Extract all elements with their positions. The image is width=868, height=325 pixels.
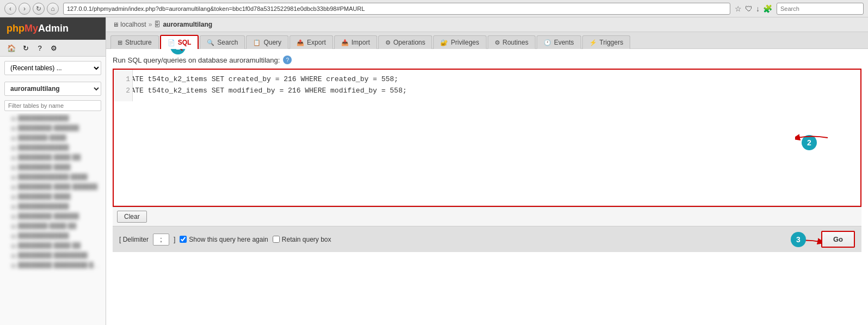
privileges-icon: 🔐 xyxy=(440,39,448,46)
help-sidebar-icon[interactable]: ? xyxy=(35,43,45,53)
list-item[interactable]: ▤ ████████ ██████ xyxy=(0,123,106,133)
list-item[interactable]: ▤ ████████ ████ xyxy=(0,192,106,201)
home-button[interactable]: ⌂ xyxy=(47,3,59,15)
list-item[interactable]: ▤ ████████ ████ xyxy=(0,162,106,172)
triggers-icon: ⚡ xyxy=(589,39,597,46)
content-area: 🖥 localhost » 🗄 auroramultilang ⊞ Struct… xyxy=(106,17,868,325)
show-query-checkbox-label[interactable]: Show this query here again xyxy=(180,236,268,243)
back-button[interactable]: ‹ xyxy=(4,3,16,15)
tab-privileges[interactable]: 🔐 Privileges xyxy=(433,35,486,49)
annotation-1: 1 xyxy=(170,49,186,54)
filter-tables-input[interactable] xyxy=(4,100,101,111)
sidebar-action-icons: 🏠 ↻ ? ⚙ xyxy=(0,40,106,57)
show-query-checkbox[interactable] xyxy=(180,236,187,243)
logo-text: phpMyAdmin xyxy=(7,23,69,34)
help-icon[interactable]: ? xyxy=(283,56,292,64)
tab-triggers[interactable]: ⚡ Triggers xyxy=(582,35,631,49)
list-item[interactable]: ▤ ████████ ████ ██████ xyxy=(0,182,106,192)
tab-sql-label: SQL xyxy=(178,39,192,46)
structure-icon: ⊞ xyxy=(118,39,122,46)
forward-button[interactable]: › xyxy=(19,3,30,15)
clear-button[interactable]: Clear xyxy=(117,211,147,223)
tab-search[interactable]: 🔍 Search xyxy=(200,35,245,49)
list-item[interactable]: ▤ ███████ ████ xyxy=(0,133,106,143)
tab-export-label: Export xyxy=(307,39,326,46)
tab-structure[interactable]: ⊞ Structure xyxy=(110,35,159,49)
browser-search-input[interactable] xyxy=(777,3,864,15)
address-bar[interactable] xyxy=(63,3,730,15)
list-item[interactable]: ▤ ████████ ██████ xyxy=(0,211,106,221)
tab-events[interactable]: 🕐 Events xyxy=(537,35,581,49)
arrow-to-go xyxy=(790,234,822,250)
tab-triggers-label: Triggers xyxy=(600,39,624,46)
list-item[interactable]: ▤ ████████████ xyxy=(0,231,106,241)
sql-icon: 📄 xyxy=(168,39,175,46)
list-item[interactable]: ▤ ████████ ████ ██ xyxy=(0,152,106,162)
tab-import-label: Import xyxy=(352,39,370,46)
tab-routines-label: Routines xyxy=(503,39,528,46)
settings-sidebar-icon[interactable]: ⚙ xyxy=(49,43,59,53)
show-query-text: Show this query here again xyxy=(189,236,268,243)
operations-icon: ⚙ xyxy=(385,39,391,46)
sidebar: phpMyAdmin 🏠 ↻ ? ⚙ (Recent tables) ... a… xyxy=(0,17,106,325)
tab-query[interactable]: 📋 Query xyxy=(246,35,288,49)
bookmark-icon[interactable]: ☆ xyxy=(735,4,742,13)
list-item[interactable]: ▤ ████████████ xyxy=(0,143,106,152)
list-item[interactable]: ▤ ████████ ████████ xyxy=(0,250,106,260)
tab-privileges-label: Privileges xyxy=(451,39,479,46)
import-icon: 📥 xyxy=(341,39,349,46)
delimiter-input[interactable] xyxy=(153,234,169,246)
arrow-to-sql xyxy=(155,49,188,53)
tab-routines[interactable]: ⚙ Routines xyxy=(488,35,535,49)
tab-import[interactable]: 📥 Import xyxy=(334,35,377,49)
export-icon: 📤 xyxy=(297,39,304,46)
tab-operations-label: Operations xyxy=(393,39,426,46)
table-icon: ▤ xyxy=(11,145,16,151)
sql-editor-container: 1 2 2 xyxy=(113,69,861,207)
browser-toolbar-icons: ☆ 🛡 ↓ 🧩 xyxy=(735,4,772,13)
table-icon: ▤ xyxy=(11,184,16,190)
tab-export[interactable]: 📤 Export xyxy=(290,35,333,49)
shield-icon: 🛡 xyxy=(745,4,753,13)
home-sidebar-icon[interactable]: 🏠 xyxy=(7,43,16,53)
list-item[interactable]: ▤ ███████ ████ ██ xyxy=(0,221,106,231)
editor-actions: Clear xyxy=(113,207,861,226)
breadcrumb-database: auroramultilang xyxy=(163,21,212,28)
reload-button[interactable]: ↻ xyxy=(33,3,45,15)
sql-editor[interactable] xyxy=(114,70,860,206)
recent-tables-dropdown[interactable]: (Recent tables) ... xyxy=(4,61,101,75)
browser-chrome: ‹ › ↻ ⌂ ☆ 🛡 ↓ 🧩 xyxy=(0,0,868,17)
extensions-icon[interactable]: 🧩 xyxy=(763,4,772,13)
logo: phpMyAdmin xyxy=(0,17,106,40)
go-button[interactable]: Go xyxy=(821,231,855,248)
database-select[interactable]: auroramultilang xyxy=(4,82,101,96)
tabs-bar: ⊞ Structure 📄 SQL 🔍 Search 📋 Query 📤 Exp… xyxy=(106,32,868,49)
main-content: 1 Run SQL query/queries on database auro… xyxy=(106,49,868,325)
download-icon[interactable]: ↓ xyxy=(756,4,760,13)
browser-nav-buttons: ‹ › ↻ ⌂ xyxy=(4,3,59,15)
table-icon: ▤ xyxy=(11,125,16,131)
table-icon: ▤ xyxy=(11,164,16,170)
tab-sql[interactable]: 📄 SQL xyxy=(160,35,199,49)
list-item[interactable]: ▤ ████████████ xyxy=(0,113,106,123)
list-item[interactable]: ▤ ████████████ xyxy=(0,201,106,211)
table-icon: ▤ xyxy=(11,115,16,121)
list-item[interactable]: ▤ ████████ ████ ██ xyxy=(0,241,106,250)
search-icon: 🔍 xyxy=(207,39,214,46)
retain-query-checkbox[interactable] xyxy=(273,236,280,243)
query-icon: 📋 xyxy=(253,39,261,46)
table-icon: ▤ xyxy=(11,213,16,219)
table-icon: ▤ xyxy=(11,262,16,268)
tab-operations[interactable]: ⚙ Operations xyxy=(378,35,433,49)
list-item[interactable]: ▤ ████████████ ████ xyxy=(0,172,106,182)
table-icon: ▤ xyxy=(11,135,16,141)
delimiter-label: [ Delimiter xyxy=(119,236,149,243)
retain-query-text: Retain query box xyxy=(282,236,331,243)
breadcrumb-separator: » xyxy=(149,21,152,28)
table-list: ▤ ████████████ ▤ ████████ ██████ ▤ █████… xyxy=(0,113,106,325)
retain-query-checkbox-label[interactable]: Retain query box xyxy=(273,236,331,243)
list-item[interactable]: ▤ ████████ ████████ ████ xyxy=(0,260,106,270)
annotation-3: 3 xyxy=(791,232,806,247)
table-icon: ▤ xyxy=(11,194,16,200)
refresh-sidebar-icon[interactable]: ↻ xyxy=(21,43,30,53)
